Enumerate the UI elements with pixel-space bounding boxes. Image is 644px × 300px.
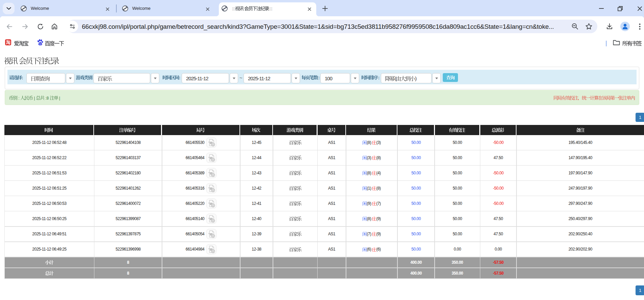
svg-text:du: du xyxy=(39,43,42,45)
